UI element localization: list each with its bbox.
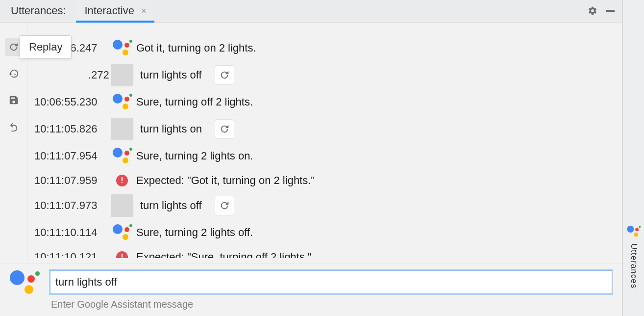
main-panel: Utterances: Interactive × [0,0,622,316]
message-text: Sure, turning 2 lights off. [136,226,253,239]
assistant-logo-icon [112,94,132,110]
message: Expected: "Sure, turning off 2 lights." [136,251,617,258]
timestamp: 10:11:07.973 [34,199,108,212]
close-icon[interactable]: × [141,6,147,16]
save-icon [8,95,19,105]
avatar-slot [108,194,136,217]
minimize-button[interactable] [603,4,617,18]
timestamp: 10:04:36.247 [34,42,108,54]
timestamp: 10:11:05.826 [34,123,108,135]
refresh-icon [8,42,19,53]
assistant-logo-icon [112,148,132,164]
log-row: 10:04:36.247 Got it, turning on 2 lights… [34,37,617,59]
assistant-logo-icon [10,270,40,295]
undo-icon [8,121,19,132]
user-avatar [111,118,133,140]
avatar-slot: ! [108,251,136,258]
message: Sure, turning 2 lights on. [136,150,617,162]
tab-bar: Utterances: Interactive × [0,0,622,23]
rail-logo [626,226,641,239]
message: Sure, turning off 2 lights. [136,96,617,108]
timestamp: 10:11:07.959 [34,174,108,187]
replay-tool-button[interactable] [5,38,23,56]
gear-icon [588,6,597,16]
app-root: Utterances: Interactive × [0,0,644,316]
message-text: Sure, turning off 2 lights. [136,96,253,108]
avatar-slot [108,64,136,86]
avatar-slot [108,148,136,164]
log-row: 10:11:07.954 Sure, turning 2 lights on. [34,145,617,167]
message-input[interactable] [50,270,612,294]
right-rail-label: Utterances [629,243,639,289]
timestamp: .272 [34,69,108,81]
timestamp: 10:06:55.230 [34,96,108,108]
message-text: turn lights on [140,123,202,135]
timestamp: 10:11:07.954 [34,150,108,162]
log-row: .272 turn lights off [34,64,617,86]
message: Expected: "Got it, turning on 2 lights." [136,174,617,187]
log-row: 10:11:05.826 turn lights on [34,118,617,140]
avatar-slot [108,224,136,241]
replay-utterance-button[interactable] [215,119,234,139]
avatar-slot [108,40,136,56]
history-icon [8,68,19,79]
log-row: 10:06:55.230 Sure, turning off 2 lights. [34,91,617,113]
message-text: turn lights off [140,69,202,81]
input-helper-text: Enter Google Assistant message [50,299,612,310]
error-icon: ! [116,175,128,186]
message-text: Expected: "Got it, turning on 2 lights." [136,174,315,187]
replay-utterance-button[interactable] [215,196,234,215]
log-row: 10:11:07.973 turn lights off [34,194,617,217]
conversation-log: 10:04:36.247 Got it, turning on 2 lights… [34,37,617,258]
tab-label: Interactive [85,4,135,17]
message-text: Sure, turning 2 lights on. [136,150,253,162]
assistant-logo-icon [112,224,132,241]
log-wrap: 10:04:36.247 Got it, turning on 2 lights… [27,23,622,263]
avatar-slot [108,118,136,140]
message: turn lights on [136,119,617,139]
message: Sure, turning 2 lights off. [136,226,617,239]
timestamp: 10:11:10.121 [34,251,108,258]
log-row: 10:11:10.121 ! Expected: "Sure, turning … [34,248,617,258]
message-text: Got it, turning on 2 lights. [136,42,256,54]
assistant-logo-icon [626,226,637,234]
body: Replay 10:04:36.247 Got it, turning on 2… [0,23,622,263]
avatar-slot [108,94,136,110]
error-icon: ! [116,251,128,258]
log-row: 10:11:10.114 Sure, turning 2 lights off. [34,222,617,243]
message-text: Expected: "Sure, turning off 2 lights." [136,251,312,258]
tabbar-title: Utterances: [6,4,71,17]
minimize-icon [606,10,615,12]
message: Got it, turning on 2 lights. [136,42,617,54]
refresh-icon [219,200,230,211]
refresh-icon [219,124,230,134]
message: turn lights off [136,65,617,85]
history-tool-button[interactable] [5,65,23,82]
message: turn lights off [136,196,617,215]
right-rail[interactable]: Utterances [622,0,644,316]
assistant-logo-icon [112,40,132,56]
input-area: Enter Google Assistant message [0,263,622,316]
log-row: 10:11:07.959 ! Expected: "Got it, turnin… [34,172,617,189]
user-avatar [111,64,133,86]
tab-interactive[interactable]: Interactive × [76,0,154,22]
refresh-icon [219,70,230,80]
save-tool-button[interactable] [5,91,23,109]
input-column: Enter Google Assistant message [50,270,612,310]
undo-tool-button[interactable] [5,118,23,135]
user-avatar [111,194,133,217]
replay-utterance-button[interactable] [215,65,234,85]
settings-button[interactable] [586,4,599,18]
message-text: turn lights off [140,199,202,212]
left-toolbar: Replay [0,23,27,263]
timestamp: 10:11:10.114 [34,226,108,239]
avatar-slot: ! [108,175,136,186]
